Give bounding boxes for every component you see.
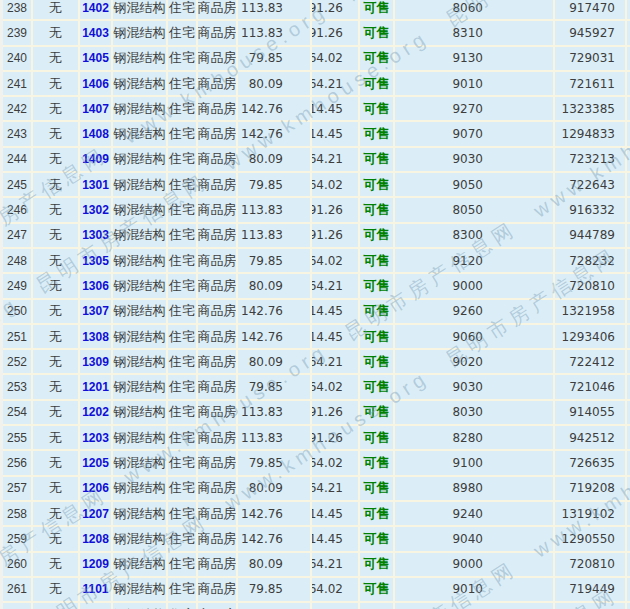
room-number-cell: 1307 <box>80 300 113 323</box>
build-area-cell: 142.76 <box>238 325 312 348</box>
room-number-cell: 1203 <box>80 426 113 449</box>
unit-price-cell: 9130 <box>395 47 555 70</box>
inner-area-cell: 114.45 <box>312 122 360 145</box>
room-number-cell: 1402 <box>80 0 113 19</box>
room-number-link[interactable]: 1409 <box>82 152 109 166</box>
inner-area-cell: 64.02 <box>312 47 360 70</box>
room-number-link[interactable]: 1205 <box>82 456 109 470</box>
build-area-cell: 79.85 <box>238 173 312 196</box>
row-number-cell: 244 <box>3 148 33 171</box>
room-number-cell: 1407 <box>80 97 113 120</box>
inner-area-cell: 64.21 <box>312 72 360 95</box>
room-number-link[interactable]: 1408 <box>82 127 109 141</box>
room-number-link[interactable]: 1402 <box>82 1 109 15</box>
inner-area-cell: 64.21 <box>312 350 360 373</box>
sale-type-cell: 商品房 <box>198 97 238 120</box>
room-number-cell: 1308 <box>80 325 113 348</box>
sale-type-cell: 商品房 <box>198 0 238 19</box>
room-number-link[interactable]: 1406 <box>82 77 109 91</box>
sale-status-badge: 可售 <box>360 72 395 95</box>
inner-area-cell: 64.02 <box>312 451 360 474</box>
room-number-link[interactable]: 1407 <box>82 102 109 116</box>
row-number-cell: 241 <box>3 72 33 95</box>
room-number-cell: 1405 <box>80 47 113 70</box>
row-number-cell: 256 <box>3 451 33 474</box>
structure-cell: 钢混结构 <box>113 122 168 145</box>
sale-status-badge: 可售 <box>360 274 395 297</box>
total-price-cell: 721611 <box>555 72 627 95</box>
sale-status-badge: 可售 <box>360 553 395 576</box>
structure-cell: 钢混结构 <box>113 97 168 120</box>
unit-price-cell: 9060 <box>395 325 555 348</box>
sale-type-cell: 商品房 <box>198 300 238 323</box>
sale-type-cell: 商品房 <box>198 122 238 145</box>
row-number-cell: 240 <box>3 47 33 70</box>
room-number-link[interactable]: 1207 <box>82 507 109 521</box>
build-area-cell: 80.09 <box>238 553 312 576</box>
table-row: 251 无 1308 钢混结构 住宅 商品房 142.76 114.45 可售 … <box>3 325 630 350</box>
room-number-cell: 1205 <box>80 451 113 474</box>
inner-area-cell: 91.26 <box>312 21 360 44</box>
room-number-link[interactable]: 1403 <box>82 26 109 40</box>
room-number-link[interactable]: 1208 <box>82 532 109 546</box>
total-price-cell: 726635 <box>555 451 627 474</box>
inner-area-cell: 91.26 <box>312 198 360 221</box>
row-number-cell: 252 <box>3 350 33 373</box>
room-number-link[interactable]: 1206 <box>82 481 109 495</box>
room-number-link[interactable]: 1209 <box>82 557 109 571</box>
room-number-link[interactable]: 1306 <box>82 279 109 293</box>
build-area-cell: 142.76 <box>238 527 312 550</box>
room-number-link[interactable]: 1302 <box>82 203 109 217</box>
structure-cell: 钢混结构 <box>113 350 168 373</box>
sale-status-badge: 可售 <box>360 527 395 550</box>
build-area-cell: 113.83 <box>238 401 312 424</box>
structure-cell: 钢混结构 <box>113 148 168 171</box>
room-number-link[interactable]: 1405 <box>82 51 109 65</box>
table-row: 252 无 1309 钢混结构 住宅 商品房 80.09 64.21 可售 90… <box>3 350 630 375</box>
usage-cell: 住宅 <box>168 21 198 44</box>
room-number-link[interactable]: 1305 <box>82 254 109 268</box>
room-number-link[interactable]: 1201 <box>82 380 109 394</box>
room-number-link[interactable]: 1101 <box>82 582 108 596</box>
usage-cell: 住宅 <box>168 300 198 323</box>
room-number-link[interactable]: 1303 <box>82 228 109 242</box>
total-price-cell: 722412 <box>555 350 627 373</box>
room-number-link[interactable]: 1301 <box>82 178 109 192</box>
table-row: 245 无 1301 钢混结构 住宅 商品房 79.85 64.02 可售 90… <box>3 173 630 198</box>
unit-price-cell: 8050 <box>395 198 555 221</box>
inner-area-cell: 64.02 <box>312 375 360 398</box>
unit-price-cell: 9270 <box>395 97 555 120</box>
room-number-cell: 1207 <box>80 502 113 525</box>
room-number-link[interactable]: 1309 <box>82 355 109 369</box>
inner-area-cell: 64.21 <box>312 148 360 171</box>
room-number-link[interactable]: 1202 <box>82 405 109 419</box>
inner-area-cell: 114.45 <box>312 97 360 120</box>
sale-status-badge: 可售 <box>360 502 395 525</box>
build-area-cell: 80.09 <box>238 350 312 373</box>
orientation-cell: 无 <box>33 224 80 247</box>
sale-status-badge: 可售 <box>360 375 395 398</box>
room-number-link[interactable]: 1307 <box>82 304 109 318</box>
unit-price-cell: 9000 <box>395 274 555 297</box>
sale-type-cell: 商品房 <box>198 325 238 348</box>
room-number-cell: 1101 <box>80 578 113 601</box>
structure-cell: 钢混结构 <box>113 477 168 500</box>
housing-unit-table: 238 无 1402 钢混结构 住宅 商品房 113.83 91.26 可售 8… <box>3 0 630 609</box>
orientation-cell: 无 <box>33 375 80 398</box>
unit-price-cell: 9030 <box>395 375 555 398</box>
room-number-cell: 1309 <box>80 350 113 373</box>
inner-area-cell <box>312 603 360 609</box>
sale-type-cell: 商品房 <box>198 578 238 601</box>
usage-cell: 住宅 <box>168 451 198 474</box>
room-number-cell: 1408 <box>80 122 113 145</box>
row-number-cell: 239 <box>3 21 33 44</box>
table-row: 247 无 1303 钢混结构 住宅 商品房 113.83 91.26 可售 8… <box>3 224 630 249</box>
room-number-link[interactable]: 1203 <box>82 431 109 445</box>
structure-cell: 钢混结构 <box>113 274 168 297</box>
table-row: 239 无 1403 钢混结构 住宅 商品房 113.83 91.26 可售 8… <box>3 21 630 46</box>
inner-area-cell: 64.02 <box>312 173 360 196</box>
structure-cell: 钢混结构 <box>113 0 168 19</box>
room-number-link[interactable]: 1308 <box>82 330 109 344</box>
usage-cell: 住宅 <box>168 122 198 145</box>
usage-cell: 住宅 <box>168 0 198 19</box>
